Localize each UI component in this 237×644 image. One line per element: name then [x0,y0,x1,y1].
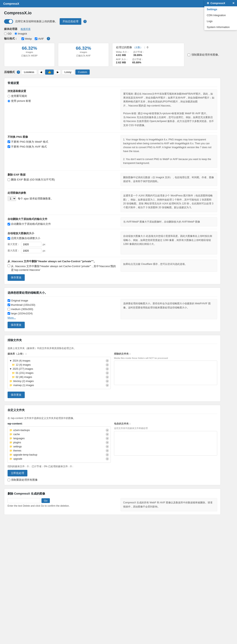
radio-picture-input[interactable] [8,100,10,102]
add-cache-icon[interactable]: + [106,433,109,436]
radio-picture[interactable]: 使用 picture 标签 [8,99,31,103]
tree-item[interactable]: ▼ 2025 (277) images + [10,367,109,371]
force-custom-check[interactable]: 强制重新处理所有图像 [8,478,217,482]
tree-item[interactable]: 📁 01 (231) images + [10,371,109,375]
png-avif-check[interactable]: 不要将 PNG 转换为 AVIF 格式 [8,145,117,148]
add-upgrade-icon[interactable]: + [106,457,109,460]
tree-item[interactable]: 📁 upgrade + [10,457,109,461]
tree-item[interactable]: 📁 themes + [10,448,109,453]
lossy-btn[interactable]: Lossy [62,70,74,74]
lossless-btn[interactable]: Lossless [21,70,37,74]
delete-input[interactable] [8,498,40,503]
add-a1wm-icon[interactable]: + [106,428,109,432]
thumbnail-checkbox[interactable] [8,304,10,306]
add-themes-icon[interactable]: + [106,449,109,452]
add-folder-icon-12[interactable]: + [106,363,109,366]
webp-checkbox-item[interactable]: Webp [22,37,32,40]
large-checkbox[interactable] [8,312,10,315]
cache-checkbox[interactable] [8,264,10,267]
add-languages-icon[interactable]: + [106,437,109,440]
png-webp-checkbox[interactable] [8,140,10,143]
tree-item[interactable]: 📁 a1wm-backups + [10,428,109,432]
auto-resize-check[interactable]: 启用大图像自动调整大小 [8,236,117,240]
compression-help-icon[interactable]: ? [17,70,20,74]
tree-item[interactable]: 📁 plugins + [10,440,109,444]
medium-check[interactable]: medium (300x300) [8,308,117,311]
add-folder-icon-01[interactable]: + [106,371,109,375]
avif-checkbox[interactable] [35,38,38,40]
tree-item[interactable]: 📁 cache + [10,432,109,436]
processing-select[interactable]: 1 2 3 5 [8,196,16,201]
add-folder-icon-2025[interactable]: + [106,367,109,370]
tree-item[interactable]: ▼ 2024 (4) images + [10,359,109,363]
exif-left: 删除 EXIF 数据 删除 EXIF 数据 (GD 转换方法不可用) [8,173,117,186]
original-check[interactable]: Original image [8,299,117,302]
menu-item-logs[interactable]: Logs [204,18,237,24]
force-reprocess-row[interactable]: 强制重新处理所有图像。 [188,53,221,56]
add-folder-icon-2024[interactable]: + [106,359,109,362]
recount-link[interactable]: （次数） [133,46,142,49]
auto-resize-checkbox[interactable] [8,237,10,240]
tree-item[interactable]: 📁 languages + [10,436,109,440]
large-check[interactable]: large (1024x1024) [8,312,117,315]
output-help-icon[interactable]: ? [47,37,50,40]
thumbnail-check[interactable]: thumbnail (150x150) [8,303,117,306]
radio-gd[interactable]: GD [4,32,12,35]
radio-imagick-input[interactable] [14,32,17,35]
add-folder-icon-blocksy[interactable]: + [106,380,109,383]
menu-item-system-info[interactable]: System Information [204,24,237,30]
custom-btn[interactable]: Custom [76,70,90,74]
thumbsup-btn[interactable]: 👍 [45,70,54,74]
cache-check[interactable]: 从 .htaccess 文件中删除"Header always set Cach… [8,264,117,272]
png-avif-checkbox[interactable] [8,145,10,148]
start-batch-button[interactable]: 开始总批处理 [60,18,81,25]
force-custom-checkbox[interactable] [8,479,10,481]
auto-delete-sub-label: 自动删除大于原始格式的输出文件 [8,217,117,221]
folder-two-col: 媒体库（上传）： ▼ 2024 (4) images + 📁 12 (4) im… [8,352,217,389]
add-folder-icon-02[interactable]: + [106,376,109,379]
auto-delete-checkbox[interactable] [8,223,10,226]
menu-item-cdn[interactable]: CDN Integration [204,12,237,18]
radio-rewrite-input[interactable] [8,95,10,98]
add-settings-icon[interactable]: + [106,445,109,448]
next-btn[interactable]: ▶ [55,70,61,74]
tree-item[interactable]: 📁 blocksy (2) images + [10,379,109,383]
add-plugins-icon[interactable]: + [106,441,109,444]
avif-percent: 66.32% [62,46,105,51]
thumbnail-save-button[interactable]: 保存更改 [8,322,25,328]
tree-item[interactable]: 📁 settings + [10,444,109,448]
check-env-link[interactable]: 检查环境 [21,28,30,31]
radio-gd-input[interactable] [4,32,7,35]
output-format-row: 输出格式： Webp AVIF ? [4,37,221,40]
original-checkbox[interactable] [8,299,10,302]
auto-delete-check[interactable]: 自动删除大于原始格式的输出文件 [8,222,117,226]
avif-checkbox-item[interactable]: AVIF [35,37,44,40]
go-button[interactable]: Go [42,498,50,503]
menu-item-settings[interactable]: Settings [204,6,237,12]
tree-item[interactable]: 📁 mainwp (1) images + [10,383,109,387]
exclude-save-button[interactable]: 保存更改 [8,392,25,398]
png-webp-check[interactable]: 不要将 PNG 转换为 WebP 格式 [8,140,117,144]
radio-imagick[interactable]: Imagick [14,32,27,35]
tree-item[interactable]: 📁 02 (46) images + [10,375,109,379]
exif-check[interactable]: 删除 EXIF 数据 (GD 转换方法不可用) [8,178,117,182]
max-width-input[interactable] [21,242,42,247]
more-link[interactable]: More... [8,316,16,319]
webp-checkbox[interactable] [22,38,24,40]
max-height-input[interactable] [21,248,42,253]
add-upgrade-temp-icon[interactable]: + [106,453,109,456]
add-folder-icon-mainwp[interactable]: + [106,384,109,387]
force-reprocess-checkbox[interactable] [188,54,190,56]
tree-item[interactable]: 📁 upgrade-temp-backup + [10,453,109,457]
exif-checkbox[interactable] [8,178,10,181]
batch-help-icon[interactable]: ? [83,20,87,23]
menu-close-icon[interactable]: ✕ [232,2,234,5]
process-button[interactable]: 立即批处理 [8,470,28,476]
general-save-button[interactable]: 保存更改 [8,274,25,281]
radio-rewrite[interactable]: 使用重写规则 [8,94,27,98]
tree-item[interactable]: 📁 12 (4) images + [10,363,109,367]
delivery-right: 重写规则: 通过在.htaccess文件中添加重写规则来加载WebP和AVIF图… [120,89,217,130]
enable-toggle[interactable] [4,19,13,24]
medium-checkbox[interactable] [8,308,10,310]
prev-btn[interactable]: ◀ [38,70,44,74]
